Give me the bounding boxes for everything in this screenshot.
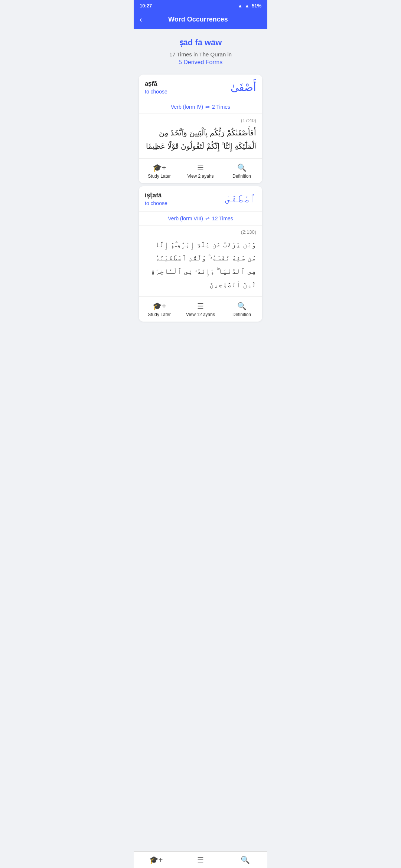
repeat-icon-2: ⇌ bbox=[205, 216, 210, 221]
status-bar: 10:27 ▲ ▲ 51% bbox=[134, 0, 267, 11]
study-later-label-1: Study Later bbox=[148, 174, 170, 179]
toolbar-title: Word Occurrences bbox=[147, 16, 250, 23]
page-header: ṣād fā wāw 17 Times in The Quran in 5 De… bbox=[134, 29, 267, 72]
view-ayahs-label-2: View 12 ayahs bbox=[186, 312, 215, 317]
study-icon-2: 🎓+ bbox=[153, 302, 166, 310]
definition-icon-1: 🔍 bbox=[237, 163, 247, 172]
signal-icon: ▲ bbox=[245, 3, 250, 9]
wifi-icon: ▲ bbox=[238, 3, 242, 9]
card-actions-1: 🎓+ Study Later ☰ View 2 ayahs 🔍 Definiti… bbox=[139, 158, 262, 183]
toolbar: ‹ Word Occurrences bbox=[134, 11, 267, 29]
meaning-2: to choose bbox=[145, 200, 167, 206]
definition-label-1: Definition bbox=[232, 174, 251, 179]
ayah-container-2: (2:130) وَمَن يَرْغَبُ عَن مِّلَّةِ إِبْ… bbox=[139, 226, 262, 297]
study-icon-1: 🎓+ bbox=[153, 163, 166, 172]
ayah-container-1: (17:40) أَفَأَصْفَىٰكُمْ رَبُّكُم بِٱلْب… bbox=[139, 114, 262, 158]
battery-icon: 51% bbox=[252, 3, 261, 9]
latin-word-1: aṣfā bbox=[145, 80, 167, 88]
ayah-text-2: وَمَن يَرْغَبُ عَن مِّلَّةِ إِبْرَٰهِـۧم… bbox=[145, 238, 256, 291]
definition-icon-2: 🔍 bbox=[237, 302, 247, 310]
study-later-btn-2[interactable]: 🎓+ Study Later bbox=[139, 297, 180, 322]
ayah-text-1: أَفَأَصْفَىٰكُمْ رَبُّكُم بِٱلْبَنِينَ و… bbox=[145, 126, 256, 153]
times-2: 12 Times bbox=[212, 216, 233, 221]
definition-label-2: Definition bbox=[232, 312, 251, 317]
word-card-1: aṣfā to choose أَصْفَىٰ Verb (form IV) ⇌… bbox=[139, 75, 262, 183]
verb-form-2: Verb (form VIII) bbox=[168, 216, 203, 221]
latin-word-2: iṣṭafā bbox=[145, 191, 167, 199]
definition-btn-1[interactable]: 🔍 Definition bbox=[221, 159, 262, 183]
meaning-1: to choose bbox=[145, 89, 167, 95]
ayah-ref-2: (2:130) bbox=[145, 229, 256, 235]
verb-form-1: Verb (form IV) bbox=[171, 104, 203, 110]
card-header-2: iṣṭafā to choose ٱصْطَفَىٰ bbox=[139, 186, 262, 212]
word-title: ṣād fā wāw bbox=[140, 38, 261, 47]
card-actions-2: 🎓+ Study Later ☰ View 12 ayahs 🔍 Definit… bbox=[139, 297, 262, 322]
definition-btn-2[interactable]: 🔍 Definition bbox=[221, 297, 262, 322]
ayah-ref-1: (17:40) bbox=[145, 118, 256, 123]
view-icon-1: ☰ bbox=[197, 163, 204, 172]
card-header-left-1: aṣfā to choose bbox=[145, 80, 167, 95]
verb-info-1: Verb (form IV) ⇌ 2 Times bbox=[139, 100, 262, 114]
arabic-word-2: ٱصْطَفَىٰ bbox=[225, 193, 256, 205]
times-1: 2 Times bbox=[212, 104, 230, 110]
view-icon-2: ☰ bbox=[197, 302, 204, 310]
word-card-2: iṣṭafā to choose ٱصْطَفَىٰ Verb (form VI… bbox=[139, 186, 262, 322]
verb-info-2: Verb (form VIII) ⇌ 12 Times bbox=[139, 212, 262, 226]
study-later-label-2: Study Later bbox=[148, 312, 170, 317]
study-later-btn-1[interactable]: 🎓+ Study Later bbox=[139, 159, 180, 183]
card-header-left-2: iṣṭafā to choose bbox=[145, 191, 167, 206]
view-ayahs-btn-1[interactable]: ☰ View 2 ayahs bbox=[180, 159, 221, 183]
status-icons: ▲ ▲ 51% bbox=[238, 3, 261, 9]
repeat-icon-1: ⇌ bbox=[205, 104, 210, 110]
view-ayahs-label-1: View 2 ayahs bbox=[187, 174, 213, 179]
arabic-word-1: أَصْفَىٰ bbox=[231, 81, 256, 93]
occurrence-text: 17 Times in The Quran in bbox=[140, 51, 261, 57]
card-header-1: aṣfā to choose أَصْفَىٰ bbox=[139, 75, 262, 100]
back-button[interactable]: ‹ bbox=[140, 15, 142, 24]
view-ayahs-btn-2[interactable]: ☰ View 12 ayahs bbox=[180, 297, 221, 322]
time: 10:27 bbox=[140, 3, 152, 9]
derived-forms: 5 Derived Forms bbox=[140, 59, 261, 66]
